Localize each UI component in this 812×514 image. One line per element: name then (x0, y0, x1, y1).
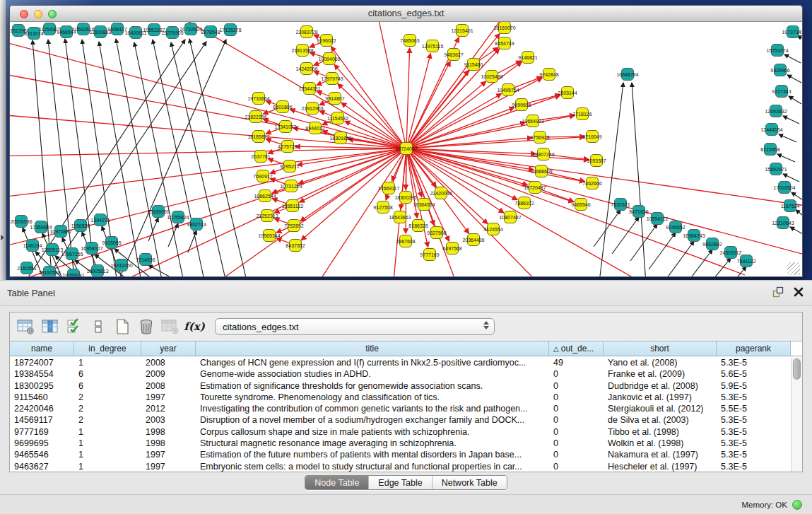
cell-title: Estimation of significance thresholds fo… (196, 380, 549, 392)
row-height-button[interactable] (88, 317, 109, 337)
graph-node-label: 12544331 (298, 86, 320, 91)
graph-node-label: 18301858 (329, 136, 351, 141)
cell-year: 1998 (141, 438, 196, 449)
expand-panel-arrow-icon[interactable] (1, 235, 4, 240)
graph-node-label: 15720487 (524, 185, 546, 190)
cell-short: Yano et al. (2008) (604, 357, 717, 368)
function-icon: f(x) (184, 320, 205, 333)
column-header-name[interactable]: name (10, 341, 74, 356)
graph-node-label: 18724007 (395, 146, 417, 151)
table-row[interactable]: 1938455462009Genome-wide association stu… (10, 368, 791, 380)
cell-name: 9115460 (10, 392, 74, 403)
tab-network-table[interactable]: Network Table (432, 476, 507, 489)
graph-node-label: 21813588 (291, 48, 313, 53)
table-header-row: namein_degreeyeartitle△out_de...shortpag… (10, 341, 802, 356)
table-row[interactable]: 1830029562008Estimation of significance … (10, 380, 791, 392)
cell-short: Tibbo et al. (1998) (604, 426, 717, 438)
graph-node-label: 18185872 (247, 134, 269, 139)
table-row[interactable]: 1872400712008Changes of HCN gene express… (10, 357, 791, 368)
close-panel-icon[interactable] (794, 287, 804, 297)
cell-title: Structural magnetic resonance image aver… (196, 438, 549, 449)
cell-year: 2008 (141, 357, 196, 368)
cell-name: 22420046 (10, 403, 74, 414)
float-panel-icon[interactable] (772, 286, 784, 298)
table-select-dropdown[interactable]: citations_edges.txt (215, 318, 495, 335)
sort-ascending-icon: △ (553, 345, 559, 353)
table-toolbar: f(x) citations_edges.txt (10, 313, 802, 341)
graph-node-label: 12210643 (772, 221, 794, 226)
graph-node-label: 17359924 (30, 225, 52, 230)
cell-short: Franke et al. (2009) (604, 368, 717, 380)
graph-node-label: 10654112 (647, 216, 669, 221)
network-canvas[interactable]: 1872400774850631297511594636279115460100… (10, 22, 802, 277)
cell-name: 9699695 (10, 438, 74, 449)
graph-node-label: 18543863 (389, 215, 411, 220)
cell-pagerank: 5.3E-5 (717, 461, 791, 472)
table-row[interactable]: 946554611997Estimation of the future num… (10, 449, 791, 460)
graph-node-label: 16984243 (683, 233, 705, 238)
graph-node-label: 8878548 (201, 30, 220, 35)
cell-title: Embryonic stem cells: a model to study s… (196, 461, 549, 472)
cell-title: Genome-wide association studies in ADHD. (196, 368, 549, 380)
column-header-short[interactable]: short (604, 341, 717, 356)
graph-node-label: 12975115 (422, 44, 444, 49)
delete-table-button[interactable] (160, 317, 181, 337)
graph-node-label: 9008427 (107, 27, 126, 32)
cell-year: 2009 (141, 368, 196, 380)
select-rows-button[interactable] (64, 317, 85, 337)
graph-node-label: 9699695 (512, 103, 531, 107)
cell-year: 2003 (141, 414, 196, 426)
column-header-year[interactable]: year (141, 341, 196, 356)
column-header-pagerank[interactable]: pagerank (717, 341, 791, 356)
table-row[interactable]: 911546021997Tourette syndrome. Phenomeno… (10, 392, 791, 403)
graph-node-label: 9242848 (539, 72, 558, 77)
column-header-out_degree[interactable]: △out_de... (549, 341, 604, 356)
cell-title: Disruption of a novel member of a sodium… (196, 414, 549, 426)
graph-node-label: 12444154 (760, 127, 782, 132)
window-titlebar[interactable]: citations_edges.txt (10, 6, 802, 22)
tab-edge-table[interactable]: Edge Table (368, 476, 431, 489)
cell-pagerank: 5.5E-5 (717, 403, 791, 414)
network-svg[interactable]: 1872400774850631297511594636279115460100… (10, 22, 802, 277)
graph-node-label: 20364436 (462, 238, 484, 243)
network-window[interactable]: citations_edges.txt 18724007748506312975… (9, 5, 803, 277)
graph-node-label: 19495754 (497, 88, 519, 93)
table-row[interactable]: 946362711997Embryonic stem cells: a mode… (10, 461, 791, 472)
tab-node-table[interactable]: Node Table (305, 476, 368, 489)
graph-node-label: 13505113 (42, 247, 64, 252)
cell-out_degree: 0 (549, 449, 604, 460)
collapsed-control-panel-strip[interactable] (0, 0, 6, 280)
graph-node-label: 14569117 (378, 186, 400, 191)
cell-name: 9463627 (10, 461, 74, 472)
graph-node-label: 17016504 (773, 185, 795, 190)
graph-node-label: 2867608 (396, 239, 415, 244)
graph-node-label: 9465546 (571, 202, 590, 207)
scrollbar-thumb[interactable] (793, 358, 801, 380)
delete-column-button[interactable] (136, 317, 157, 337)
table-row[interactable]: 1456911722003Disruption of a novel membe… (10, 414, 791, 426)
graph-node-label: 8216049 (582, 134, 601, 139)
table-row[interactable]: 2242004622012Investigating the contribut… (10, 403, 791, 414)
cell-year: 1997 (141, 449, 196, 460)
graph-node-label: 25160550 (38, 270, 60, 275)
graph-node-label: 20732624 (180, 27, 201, 32)
graph-node-label: 1394275 (90, 218, 110, 223)
table-row[interactable]: 977716911998Corpus callosum shape and si… (10, 426, 791, 438)
graph-node-label: 22083728 (295, 30, 317, 35)
window-resize-grip[interactable] (787, 262, 800, 275)
graph-node-label: 7690917 (253, 174, 272, 179)
cell-out_degree: 49 (549, 357, 604, 368)
graph-node-label: 8186328 (408, 223, 428, 228)
function-builder-button[interactable]: f(x) (184, 317, 205, 337)
table-row[interactable]: 969969511998Structural magnetic resonanc… (10, 438, 791, 449)
cell-pagerank: 5.9E-5 (717, 380, 791, 392)
graph-node-label: 11154532 (327, 116, 348, 121)
column-header-in_degree[interactable]: in_degree (74, 341, 141, 356)
graph-node-label: 9777169 (420, 252, 439, 257)
graph-node-label: 19654923 (522, 119, 543, 124)
new-column-button[interactable] (112, 317, 133, 337)
column-header-title[interactable]: title (196, 341, 549, 356)
table-settings-button[interactable] (16, 317, 37, 337)
table-vertical-scrollbar[interactable] (791, 357, 802, 472)
show-columns-button[interactable] (40, 317, 61, 337)
